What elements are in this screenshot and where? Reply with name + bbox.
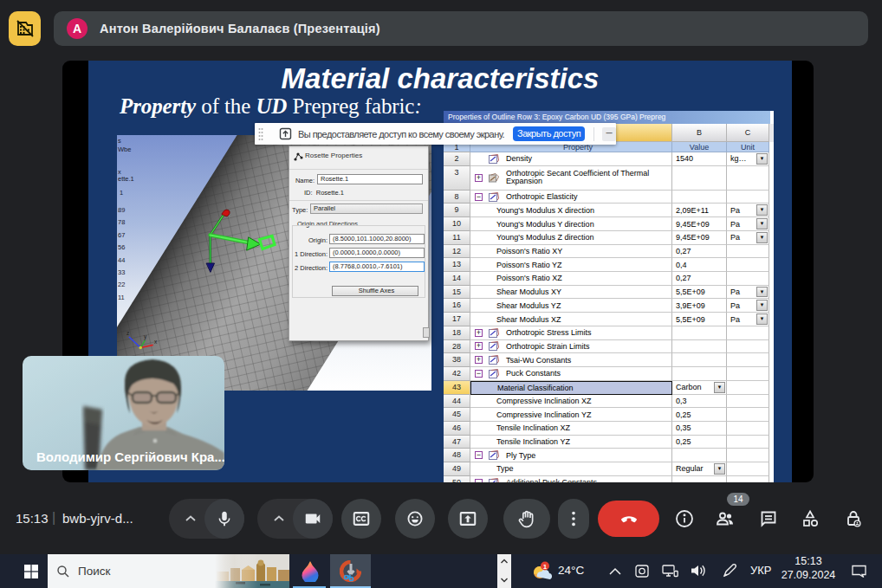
svg-text:ette.1: ette.1 — [118, 175, 134, 183]
svg-text:67: 67 — [118, 231, 125, 239]
svg-text:56: 56 — [118, 243, 125, 251]
svg-text:33: 33 — [118, 268, 125, 276]
svg-text:22: 22 — [118, 281, 125, 288]
svg-text:11: 11 — [118, 294, 125, 301]
svg-text:78: 78 — [118, 218, 125, 226]
svg-text:Wbe: Wbe — [118, 145, 131, 153]
svg-text:44: 44 — [118, 256, 125, 264]
svg-text:Володимир Сергійович Кра...: Володимир Сергійович Кра... — [36, 449, 224, 464]
svg-text:89: 89 — [118, 206, 125, 214]
svg-text:1: 1 — [543, 563, 548, 571]
svg-text:1: 1 — [120, 189, 123, 197]
svg-text:z: z — [126, 330, 129, 336]
svg-text:s: s — [118, 137, 121, 145]
